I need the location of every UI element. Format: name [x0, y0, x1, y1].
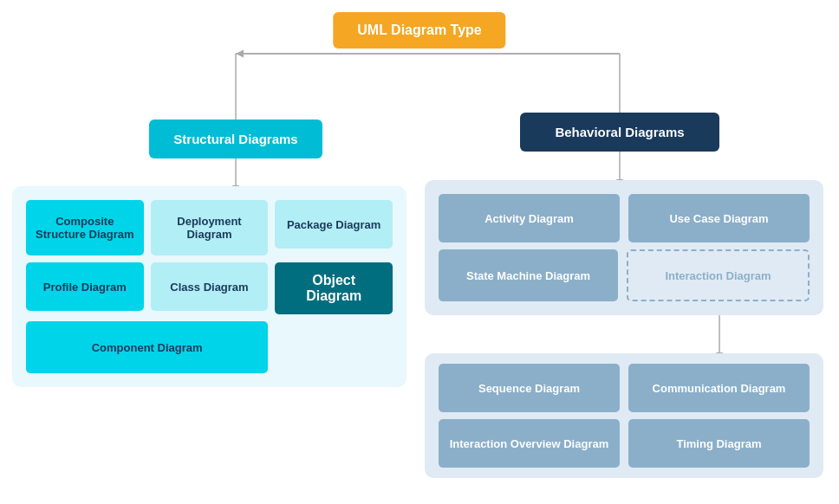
root-label: UML Diagram Type [357, 23, 481, 37]
interaction-overview-diagram-box: Interaction Overview Diagram [439, 419, 620, 468]
composite-structure-box: Composite Structure Diagram [26, 200, 144, 255]
sequence-diagram-box: Sequence Diagram [439, 364, 620, 412]
timing-diagram-box: Timing Diagram [628, 419, 810, 468]
structural-label: Structural Diagrams [173, 132, 297, 146]
package-diagram-box: Package Diagram [275, 200, 393, 249]
behav-row-1: Activity Diagram Use Case Diagram [439, 194, 810, 242]
state-machine-diagram-box: State Machine Diagram [439, 249, 618, 301]
diagram-container: UML Diagram Type Structural Diagrams Beh… [0, 0, 839, 504]
class-diagram-box: Class Diagram [151, 262, 269, 311]
root-node: UML Diagram Type [333, 12, 505, 48]
interaction-children: Sequence Diagram Communication Diagram I… [425, 353, 823, 478]
use-case-diagram-box: Use Case Diagram [628, 194, 810, 242]
behav-row-2: State Machine Diagram Interaction Diagra… [439, 249, 810, 301]
object-diagram-box: Object Diagram [275, 262, 393, 314]
communication-diagram-box: Communication Diagram [628, 364, 810, 412]
activity-diagram-box: Activity Diagram [439, 194, 620, 242]
behavioral-node: Behavioral Diagrams [520, 113, 719, 152]
interaction-diagram-box: Interaction Diagram [627, 249, 810, 301]
structural-children: Composite Structure Diagram Deployment D… [12, 186, 406, 387]
structural-grid: Composite Structure Diagram Deployment D… [26, 200, 393, 373]
interaction-row-1: Sequence Diagram Communication Diagram [439, 364, 810, 412]
structural-node: Structural Diagrams [149, 120, 322, 158]
behavioral-label: Behavioral Diagrams [555, 125, 684, 139]
deployment-diagram-box: Deployment Diagram [151, 200, 269, 255]
component-diagram-box: Component Diagram [26, 321, 268, 373]
behavioral-children: Activity Diagram Use Case Diagram State … [425, 180, 823, 315]
profile-diagram-box: Profile Diagram [26, 262, 144, 311]
interaction-row-2: Interaction Overview Diagram Timing Diag… [439, 419, 810, 468]
